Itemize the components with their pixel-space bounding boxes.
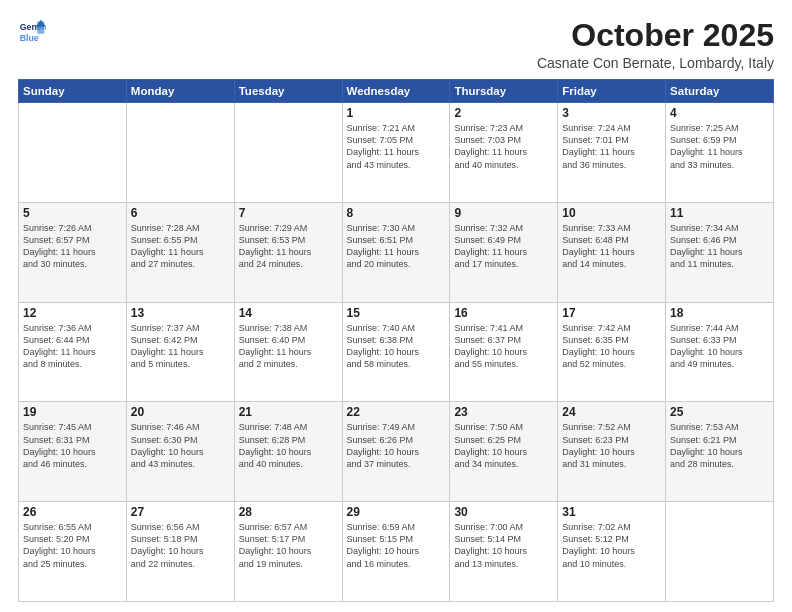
day-info: Sunrise: 7:30 AM Sunset: 6:51 PM Dayligh…: [347, 222, 446, 271]
location-title: Casnate Con Bernate, Lombardy, Italy: [537, 55, 774, 71]
header: General Blue October 2025 Casnate Con Be…: [18, 18, 774, 71]
day-info: Sunrise: 7:21 AM Sunset: 7:05 PM Dayligh…: [347, 122, 446, 171]
week-row-2: 5Sunrise: 7:26 AM Sunset: 6:57 PM Daylig…: [19, 202, 774, 302]
day-number: 11: [670, 206, 769, 220]
calendar-cell: 7Sunrise: 7:29 AM Sunset: 6:53 PM Daylig…: [234, 202, 342, 302]
day-info: Sunrise: 6:57 AM Sunset: 5:17 PM Dayligh…: [239, 521, 338, 570]
day-number: 3: [562, 106, 661, 120]
calendar-cell: 5Sunrise: 7:26 AM Sunset: 6:57 PM Daylig…: [19, 202, 127, 302]
calendar-cell: 3Sunrise: 7:24 AM Sunset: 7:01 PM Daylig…: [558, 103, 666, 203]
weekday-header-monday: Monday: [126, 80, 234, 103]
day-number: 19: [23, 405, 122, 419]
day-info: Sunrise: 7:23 AM Sunset: 7:03 PM Dayligh…: [454, 122, 553, 171]
day-info: Sunrise: 7:00 AM Sunset: 5:14 PM Dayligh…: [454, 521, 553, 570]
day-number: 17: [562, 306, 661, 320]
day-number: 16: [454, 306, 553, 320]
day-number: 4: [670, 106, 769, 120]
week-row-1: 1Sunrise: 7:21 AM Sunset: 7:05 PM Daylig…: [19, 103, 774, 203]
week-row-5: 26Sunrise: 6:55 AM Sunset: 5:20 PM Dayli…: [19, 502, 774, 602]
calendar-cell: 2Sunrise: 7:23 AM Sunset: 7:03 PM Daylig…: [450, 103, 558, 203]
calendar-cell: [19, 103, 127, 203]
svg-text:Blue: Blue: [20, 33, 39, 43]
calendar-table: SundayMondayTuesdayWednesdayThursdayFrid…: [18, 79, 774, 602]
calendar-cell: 17Sunrise: 7:42 AM Sunset: 6:35 PM Dayli…: [558, 302, 666, 402]
week-row-3: 12Sunrise: 7:36 AM Sunset: 6:44 PM Dayli…: [19, 302, 774, 402]
day-info: Sunrise: 7:26 AM Sunset: 6:57 PM Dayligh…: [23, 222, 122, 271]
day-number: 9: [454, 206, 553, 220]
weekday-header-thursday: Thursday: [450, 80, 558, 103]
day-info: Sunrise: 7:37 AM Sunset: 6:42 PM Dayligh…: [131, 322, 230, 371]
day-info: Sunrise: 7:33 AM Sunset: 6:48 PM Dayligh…: [562, 222, 661, 271]
day-info: Sunrise: 7:32 AM Sunset: 6:49 PM Dayligh…: [454, 222, 553, 271]
calendar-cell: 29Sunrise: 6:59 AM Sunset: 5:15 PM Dayli…: [342, 502, 450, 602]
day-info: Sunrise: 7:41 AM Sunset: 6:37 PM Dayligh…: [454, 322, 553, 371]
day-number: 30: [454, 505, 553, 519]
calendar-cell: 25Sunrise: 7:53 AM Sunset: 6:21 PM Dayli…: [666, 402, 774, 502]
calendar-cell: [234, 103, 342, 203]
calendar-cell: 24Sunrise: 7:52 AM Sunset: 6:23 PM Dayli…: [558, 402, 666, 502]
calendar-cell: 15Sunrise: 7:40 AM Sunset: 6:38 PM Dayli…: [342, 302, 450, 402]
day-number: 14: [239, 306, 338, 320]
day-number: 12: [23, 306, 122, 320]
day-info: Sunrise: 7:25 AM Sunset: 6:59 PM Dayligh…: [670, 122, 769, 171]
calendar-cell: 26Sunrise: 6:55 AM Sunset: 5:20 PM Dayli…: [19, 502, 127, 602]
day-number: 20: [131, 405, 230, 419]
calendar-cell: 20Sunrise: 7:46 AM Sunset: 6:30 PM Dayli…: [126, 402, 234, 502]
calendar-cell: 1Sunrise: 7:21 AM Sunset: 7:05 PM Daylig…: [342, 103, 450, 203]
day-number: 24: [562, 405, 661, 419]
calendar-cell: 23Sunrise: 7:50 AM Sunset: 6:25 PM Dayli…: [450, 402, 558, 502]
day-number: 1: [347, 106, 446, 120]
weekday-header-sunday: Sunday: [19, 80, 127, 103]
day-info: Sunrise: 7:36 AM Sunset: 6:44 PM Dayligh…: [23, 322, 122, 371]
title-block: October 2025 Casnate Con Bernate, Lombar…: [537, 18, 774, 71]
calendar-cell: 27Sunrise: 6:56 AM Sunset: 5:18 PM Dayli…: [126, 502, 234, 602]
day-number: 31: [562, 505, 661, 519]
calendar-cell: 9Sunrise: 7:32 AM Sunset: 6:49 PM Daylig…: [450, 202, 558, 302]
day-number: 23: [454, 405, 553, 419]
day-info: Sunrise: 7:29 AM Sunset: 6:53 PM Dayligh…: [239, 222, 338, 271]
calendar-page: General Blue October 2025 Casnate Con Be…: [0, 0, 792, 612]
day-number: 8: [347, 206, 446, 220]
logo: General Blue: [18, 18, 46, 46]
day-number: 5: [23, 206, 122, 220]
calendar-cell: 13Sunrise: 7:37 AM Sunset: 6:42 PM Dayli…: [126, 302, 234, 402]
calendar-cell: 18Sunrise: 7:44 AM Sunset: 6:33 PM Dayli…: [666, 302, 774, 402]
day-number: 10: [562, 206, 661, 220]
day-number: 25: [670, 405, 769, 419]
day-number: 26: [23, 505, 122, 519]
calendar-cell: 21Sunrise: 7:48 AM Sunset: 6:28 PM Dayli…: [234, 402, 342, 502]
logo-icon: General Blue: [18, 18, 46, 46]
calendar-cell: 8Sunrise: 7:30 AM Sunset: 6:51 PM Daylig…: [342, 202, 450, 302]
day-info: Sunrise: 6:56 AM Sunset: 5:18 PM Dayligh…: [131, 521, 230, 570]
day-info: Sunrise: 7:34 AM Sunset: 6:46 PM Dayligh…: [670, 222, 769, 271]
calendar-cell: 16Sunrise: 7:41 AM Sunset: 6:37 PM Dayli…: [450, 302, 558, 402]
month-title: October 2025: [537, 18, 774, 53]
calendar-cell: 22Sunrise: 7:49 AM Sunset: 6:26 PM Dayli…: [342, 402, 450, 502]
calendar-cell: 14Sunrise: 7:38 AM Sunset: 6:40 PM Dayli…: [234, 302, 342, 402]
calendar-cell: [126, 103, 234, 203]
weekday-header-friday: Friday: [558, 80, 666, 103]
calendar-cell: 19Sunrise: 7:45 AM Sunset: 6:31 PM Dayli…: [19, 402, 127, 502]
day-number: 22: [347, 405, 446, 419]
day-number: 6: [131, 206, 230, 220]
day-number: 2: [454, 106, 553, 120]
weekday-header-row: SundayMondayTuesdayWednesdayThursdayFrid…: [19, 80, 774, 103]
day-info: Sunrise: 7:44 AM Sunset: 6:33 PM Dayligh…: [670, 322, 769, 371]
day-number: 7: [239, 206, 338, 220]
day-number: 15: [347, 306, 446, 320]
calendar-cell: 10Sunrise: 7:33 AM Sunset: 6:48 PM Dayli…: [558, 202, 666, 302]
day-number: 18: [670, 306, 769, 320]
day-info: Sunrise: 7:46 AM Sunset: 6:30 PM Dayligh…: [131, 421, 230, 470]
day-info: Sunrise: 7:38 AM Sunset: 6:40 PM Dayligh…: [239, 322, 338, 371]
weekday-header-saturday: Saturday: [666, 80, 774, 103]
day-info: Sunrise: 7:48 AM Sunset: 6:28 PM Dayligh…: [239, 421, 338, 470]
day-info: Sunrise: 6:55 AM Sunset: 5:20 PM Dayligh…: [23, 521, 122, 570]
week-row-4: 19Sunrise: 7:45 AM Sunset: 6:31 PM Dayli…: [19, 402, 774, 502]
day-info: Sunrise: 7:50 AM Sunset: 6:25 PM Dayligh…: [454, 421, 553, 470]
calendar-cell: 4Sunrise: 7:25 AM Sunset: 6:59 PM Daylig…: [666, 103, 774, 203]
day-info: Sunrise: 7:24 AM Sunset: 7:01 PM Dayligh…: [562, 122, 661, 171]
calendar-cell: 6Sunrise: 7:28 AM Sunset: 6:55 PM Daylig…: [126, 202, 234, 302]
weekday-header-wednesday: Wednesday: [342, 80, 450, 103]
calendar-cell: 30Sunrise: 7:00 AM Sunset: 5:14 PM Dayli…: [450, 502, 558, 602]
day-info: Sunrise: 7:02 AM Sunset: 5:12 PM Dayligh…: [562, 521, 661, 570]
